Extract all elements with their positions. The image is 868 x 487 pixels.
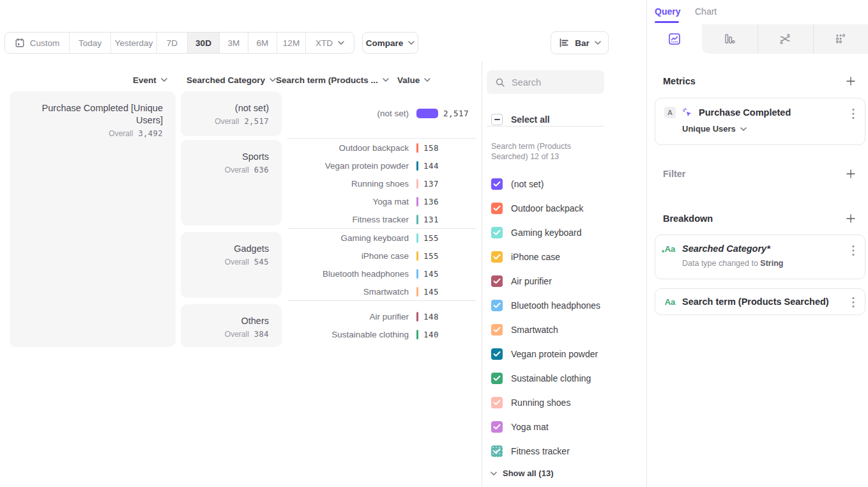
checkbox[interactable] xyxy=(491,251,503,263)
show-all-button[interactable]: Show all (13) xyxy=(491,468,553,478)
chevron-down-icon xyxy=(161,78,167,82)
chart-type-select[interactable]: Bar xyxy=(551,31,609,54)
kebab-menu-icon[interactable] xyxy=(849,297,857,308)
filter-item-running-shoes[interactable]: Running shoes xyxy=(491,395,570,410)
compare-button[interactable]: Compare xyxy=(362,32,418,54)
metric-card[interactable]: A Purchase Completed Unique Users xyxy=(655,98,865,145)
date-range-button-xtd[interactable]: XTD xyxy=(306,33,354,53)
checkbox[interactable] xyxy=(491,421,503,433)
filter-item-label: Running shoes xyxy=(511,398,570,408)
event-click-icon xyxy=(682,107,692,118)
measure-select[interactable]: Unique Users xyxy=(682,124,865,134)
legend-group-label: Search term (Products Searched) 12 of 13 xyxy=(491,141,609,162)
value-bar[interactable] xyxy=(416,287,418,297)
kebab-menu-icon[interactable] xyxy=(849,245,857,256)
chart-row: Vegan protein powder 144 xyxy=(287,157,479,174)
category-overall: Overall384 xyxy=(188,330,269,339)
horizontal-bar-chart-icon xyxy=(558,37,570,49)
date-range-button-12m[interactable]: 12M xyxy=(277,33,306,53)
select-all-row[interactable]: Select all xyxy=(491,112,550,127)
report-tab-funnels[interactable] xyxy=(702,24,757,54)
value-bar[interactable] xyxy=(416,197,418,206)
filter-item-outdoor-backpack[interactable]: Outdoor backpack xyxy=(491,201,584,216)
flows-icon xyxy=(779,33,791,45)
value-label: 158 xyxy=(423,143,439,153)
add-metric-button[interactable] xyxy=(846,76,856,86)
date-range-button-3m[interactable]: 3M xyxy=(220,33,248,53)
add-breakdown-button[interactable] xyxy=(846,213,856,224)
select-all-checkbox[interactable] xyxy=(491,114,503,125)
funnel-bars-icon xyxy=(723,33,736,45)
date-range-button-yesterday[interactable]: Yesterday xyxy=(111,33,157,53)
date-range-label: 3M xyxy=(228,38,240,48)
report-tab-retention[interactable] xyxy=(813,24,868,54)
value-bar[interactable] xyxy=(416,330,418,339)
value-bar[interactable] xyxy=(416,143,418,153)
filter-item-gaming-keyboard[interactable]: Gaming keyboard xyxy=(491,225,582,240)
date-range-button-7d[interactable]: 7D xyxy=(157,33,188,53)
value-bar[interactable] xyxy=(416,269,418,279)
checkbox[interactable] xyxy=(491,373,503,384)
kebab-menu-icon[interactable] xyxy=(849,108,857,120)
date-range-button-6m[interactable]: 6M xyxy=(248,33,277,53)
filter-item-iphone-case[interactable]: iPhone case xyxy=(491,249,560,265)
checkbox[interactable] xyxy=(491,178,503,190)
column-header-searched-category[interactable]: Searched Category xyxy=(187,75,276,85)
column-header-event[interactable]: Event xyxy=(133,75,167,85)
checkbox[interactable] xyxy=(491,324,503,336)
value-bar[interactable] xyxy=(416,251,418,261)
date-range-button-today[interactable]: Today xyxy=(70,33,111,53)
report-tab-insights[interactable] xyxy=(647,24,702,54)
checkbox[interactable] xyxy=(491,348,503,360)
report-tab-flows[interactable] xyxy=(758,24,812,54)
category-card-not-set[interactable]: (not set) Overall2,517 xyxy=(181,91,282,136)
event-title: Purchase Completed [Unique Users] xyxy=(17,102,163,127)
value-bar[interactable] xyxy=(416,161,418,171)
category-card-sports[interactable]: Sports Overall636 xyxy=(181,140,282,226)
breakdown-note: Data type changed to String xyxy=(682,259,865,268)
chevron-down-icon xyxy=(270,78,276,82)
event-card[interactable]: Purchase Completed [Unique Users] Overal… xyxy=(10,91,176,347)
checkbox[interactable] xyxy=(491,397,503,408)
filter-item-vegan-protein-powder[interactable]: Vegan protein powder xyxy=(491,346,598,362)
category-card-others[interactable]: Others Overall384 xyxy=(181,304,282,347)
filter-item-not-set[interactable]: (not set) xyxy=(491,176,544,192)
checkbox[interactable] xyxy=(491,300,503,311)
search-input[interactable] xyxy=(512,77,595,88)
check-icon xyxy=(493,375,501,382)
chart-type-label: Bar xyxy=(575,38,590,48)
search-icon xyxy=(495,77,505,88)
checkbox[interactable] xyxy=(491,203,503,214)
checkbox[interactable] xyxy=(491,227,503,238)
value-bar[interactable] xyxy=(416,109,438,118)
column-header-value[interactable]: Value xyxy=(397,75,430,85)
value-bar[interactable] xyxy=(416,312,418,321)
column-header-search-term[interactable]: Search term (Products ... xyxy=(276,75,389,85)
filter-item-label: Outdoor backpack xyxy=(511,203,584,213)
filter-item-bluetooth-headphones[interactable]: Bluetooth headphones xyxy=(491,298,600,313)
filter-item-label: Gaming keyboard xyxy=(511,228,582,238)
filter-item-yoga-mat[interactable]: Yoga mat xyxy=(491,419,549,435)
value-bar[interactable] xyxy=(416,179,418,189)
value-bar[interactable] xyxy=(416,233,418,243)
filter-item-sustainable-clothing[interactable]: Sustainable clothing xyxy=(491,371,591,386)
event-overall: Overall3,492 xyxy=(17,129,163,138)
category-card-gadgets[interactable]: Gadgets Overall545 xyxy=(181,232,282,298)
checkbox[interactable] xyxy=(491,445,503,457)
filter-item-fitness-tracker[interactable]: Fitness tracker xyxy=(491,444,570,459)
filter-item-smartwatch[interactable]: Smartwatch xyxy=(491,322,558,337)
add-filter-button[interactable] xyxy=(846,169,856,179)
checkbox[interactable] xyxy=(491,275,503,287)
value-bar[interactable] xyxy=(416,215,418,224)
filter-item-air-purifier[interactable]: Air purifier xyxy=(491,274,552,289)
chart-row: iPhone case 155 xyxy=(287,247,479,265)
breakdown-card-searched-category[interactable]: Aa* Searched Category* Data type changed… xyxy=(655,235,865,279)
tab-chart[interactable]: Chart xyxy=(695,6,717,17)
overall-value: 545 xyxy=(254,258,269,267)
aa-glyph: Aa xyxy=(665,244,676,254)
active-tab-underline xyxy=(655,21,679,23)
date-range-button-custom[interactable]: Custom xyxy=(5,33,70,53)
date-range-button-30d[interactable]: 30D xyxy=(188,33,220,53)
tab-query[interactable]: Query xyxy=(655,6,680,17)
breakdown-card-search-term[interactable]: Aa Search term (Products Searched) xyxy=(655,288,865,315)
